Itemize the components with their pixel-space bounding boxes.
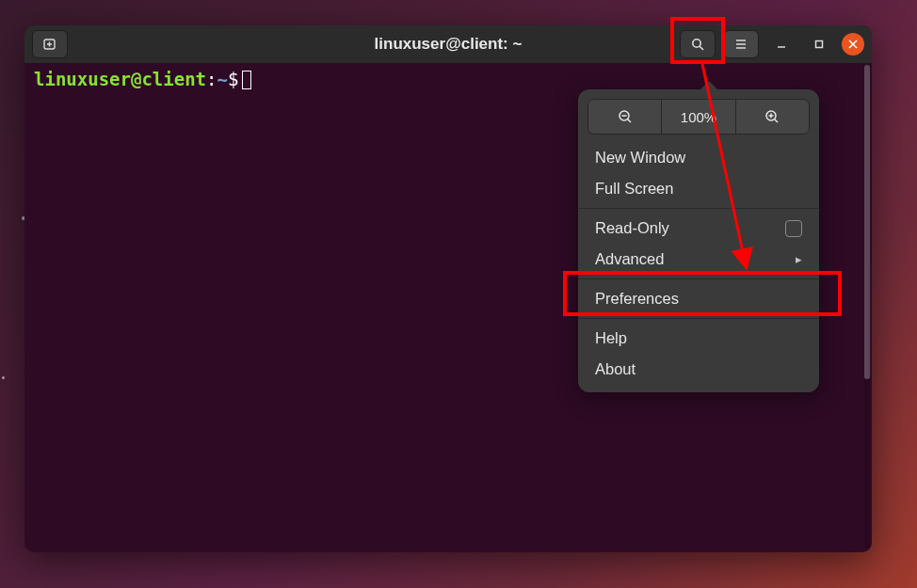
zoom-in-button[interactable] — [736, 100, 809, 134]
menu-preferences[interactable]: Preferences — [578, 283, 819, 314]
menu-full-screen[interactable]: Full Screen — [578, 173, 819, 204]
svg-rect-9 — [816, 41, 823, 48]
prompt-at: @ — [131, 69, 141, 89]
menu-separator — [578, 318, 819, 319]
prompt-dollar: $ — [228, 69, 238, 89]
titlebar: linuxuser@client: ~ — [24, 25, 872, 63]
search-icon — [690, 37, 705, 52]
menu-about[interactable]: About — [578, 354, 819, 385]
text-cursor — [242, 71, 251, 89]
menu-advanced[interactable]: Advanced ▸ — [578, 244, 819, 275]
menu-read-only[interactable]: Read-Only — [578, 213, 819, 244]
close-icon — [848, 40, 858, 49]
search-button[interactable] — [680, 30, 716, 58]
maximize-icon — [813, 39, 825, 50]
zoom-out-button[interactable] — [588, 100, 662, 134]
menu-help[interactable]: Help — [578, 323, 819, 354]
prompt-colon: : — [206, 69, 217, 89]
close-button[interactable] — [842, 33, 864, 56]
hamburger-popover: 100% New Window Full Screen Read-Only Ad… — [578, 89, 819, 392]
scrollbar-thumb[interactable] — [864, 65, 870, 379]
hamburger-icon — [733, 37, 748, 52]
zoom-in-icon — [764, 108, 780, 125]
menu-separator — [578, 208, 819, 209]
hamburger-menu-button[interactable] — [723, 30, 759, 58]
zoom-level-label[interactable]: 100% — [662, 100, 735, 134]
svg-line-4 — [700, 46, 703, 50]
menu-label: Advanced — [595, 250, 664, 268]
zoom-controls: 100% — [587, 99, 810, 135]
background-dot — [2, 376, 5, 379]
menu-label: About — [595, 360, 635, 378]
svg-line-14 — [627, 119, 630, 122]
scrollbar[interactable] — [864, 65, 870, 548]
svg-point-3 — [693, 40, 700, 47]
menu-label: Help — [595, 329, 627, 347]
menu-label: Read-Only — [595, 219, 669, 237]
read-only-checkbox[interactable] — [785, 220, 802, 237]
svg-line-18 — [775, 119, 778, 122]
prompt-path: ~ — [217, 69, 228, 89]
minimize-icon — [776, 39, 787, 50]
menu-label: Preferences — [595, 290, 679, 308]
prompt-host: client — [141, 69, 206, 89]
minimize-button[interactable] — [766, 29, 796, 59]
new-tab-button[interactable] — [32, 30, 68, 58]
menu-new-window[interactable]: New Window — [578, 142, 819, 173]
chevron-right-icon: ▸ — [796, 252, 802, 266]
prompt-user: linuxuser — [34, 69, 131, 89]
zoom-out-icon — [617, 108, 634, 125]
new-tab-icon — [42, 37, 57, 52]
menu-label: Full Screen — [595, 180, 673, 198]
menu-separator — [578, 278, 819, 279]
menu-label: New Window — [595, 149, 685, 167]
maximize-button[interactable] — [804, 29, 834, 59]
